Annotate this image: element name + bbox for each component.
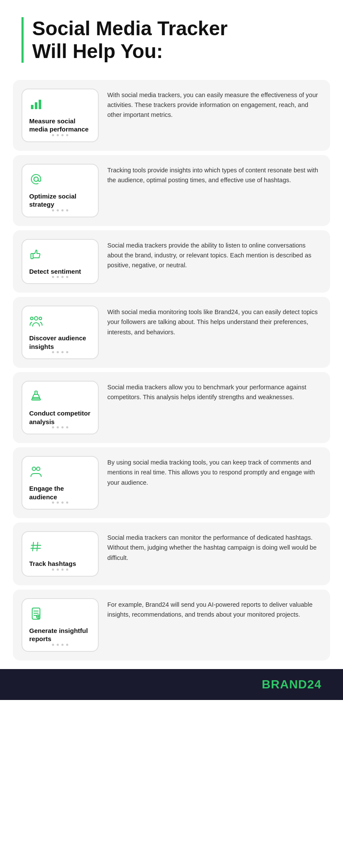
audience-icon (29, 314, 45, 330)
at-sign-icon (29, 172, 45, 188)
feature-dots-measure (22, 134, 98, 136)
feature-dots-hashtags (22, 568, 98, 571)
feature-item-reports: Generate insightful reports For example,… (13, 590, 330, 660)
svg-rect-4 (31, 254, 33, 259)
bar-chart-icon (29, 97, 45, 113)
dot (57, 209, 59, 211)
svg-point-8 (32, 467, 36, 471)
feature-description-discover: With social media monitoring tools like … (107, 306, 322, 337)
feature-label-discover: Discover audience insights (29, 334, 91, 351)
feature-dots-detect (22, 276, 98, 278)
svg-rect-0 (31, 105, 33, 109)
svg-line-12 (37, 542, 38, 551)
hashtag-icon (29, 540, 45, 555)
svg-line-11 (33, 542, 33, 551)
feature-left-measure: Measure social media performance (21, 89, 99, 142)
feature-description-measure: With social media trackers, you can easi… (107, 89, 322, 120)
dot (61, 351, 64, 353)
feature-item-discover: Discover audience insights With social m… (13, 297, 330, 368)
brand-accent: 24 (307, 678, 322, 691)
feature-left-optimize: Optimize social strategy (21, 164, 99, 217)
dot (61, 276, 64, 278)
dot (66, 134, 68, 136)
feature-left-hashtags: Track hashtags (21, 531, 99, 577)
page-wrapper: Social Media Tracker Will Help You: Meas… (0, 0, 343, 726)
feature-description-hashtags: Social media trackers can monitor the pe… (107, 531, 322, 563)
dot (66, 426, 68, 428)
engage-icon (29, 465, 45, 480)
chess-icon (29, 389, 45, 405)
dot (57, 276, 59, 278)
feature-label-engage: Engage the audience (29, 484, 91, 501)
feature-dots-discover (22, 351, 98, 353)
svg-rect-1 (35, 102, 37, 109)
dot (57, 501, 59, 504)
feature-dots-optimize (22, 209, 98, 211)
dot (66, 276, 68, 278)
thumbs-up-icon (29, 248, 45, 263)
feature-item-optimize: Optimize social strategy Tracking tools … (13, 155, 330, 226)
feature-label-hashtags: Track hashtags (29, 559, 76, 568)
feature-item-hashtags: Track hashtags Social media trackers can… (13, 523, 330, 585)
dot (52, 644, 54, 646)
report-icon (29, 607, 45, 622)
brand-logo: BRAND24 (262, 678, 322, 691)
feature-item-engage: Engage the audience By using social medi… (13, 447, 330, 518)
footer: BRAND24 (0, 669, 343, 700)
dot (52, 568, 54, 571)
feature-left-detect: Detect sentiment (21, 239, 99, 284)
dot (52, 276, 54, 278)
feature-label-measure: Measure social media performance (29, 117, 91, 134)
brand-text: BRAND (262, 678, 307, 691)
feature-left-discover: Discover audience insights (21, 306, 99, 359)
dot (57, 351, 59, 353)
dot (57, 644, 59, 646)
dot (61, 209, 64, 211)
dot (61, 426, 64, 428)
dot (66, 501, 68, 504)
feature-description-detect: Social media trackers provide the abilit… (107, 239, 322, 271)
feature-item-detect: Detect sentiment Social media trackers p… (13, 230, 330, 293)
dot (61, 501, 64, 504)
dot (66, 568, 68, 571)
feature-dots-engage (22, 501, 98, 504)
dot (52, 209, 54, 211)
feature-description-optimize: Tracking tools provide insights into whi… (107, 164, 322, 185)
dot (66, 351, 68, 353)
feature-label-detect: Detect sentiment (29, 267, 81, 276)
feature-description-competitor: Social media trackers allow you to bench… (107, 381, 322, 402)
feature-left-engage: Engage the audience (21, 456, 99, 510)
feature-description-reports: For example, Brand24 will send you AI-po… (107, 598, 322, 620)
header: Social Media Tracker Will Help You: (0, 0, 343, 76)
dot (57, 568, 59, 571)
items-section: Measure social media performance With so… (0, 76, 343, 660)
dot (66, 209, 68, 211)
feature-label-reports: Generate insightful reports (29, 627, 91, 643)
feature-item-competitor: Conduct competitor analysis Social media… (13, 372, 330, 443)
svg-point-5 (34, 317, 38, 320)
header-title-wrapper: Social Media Tracker Will Help You: (21, 17, 322, 63)
dot (61, 644, 64, 646)
page-title: Social Media Tracker Will Help You: (32, 17, 322, 63)
svg-rect-7 (32, 399, 40, 400)
feature-dots-reports (22, 644, 98, 646)
dot (61, 568, 64, 571)
dot (61, 134, 64, 136)
dot (57, 134, 59, 136)
feature-label-competitor: Conduct competitor analysis (29, 409, 91, 426)
feature-description-engage: By using social media tracking tools, yo… (107, 456, 322, 488)
dot (52, 134, 54, 136)
dot (57, 426, 59, 428)
svg-point-9 (36, 467, 40, 471)
dot (66, 644, 68, 646)
svg-rect-2 (39, 100, 41, 109)
feature-left-reports: Generate insightful reports (21, 598, 99, 652)
feature-left-competitor: Conduct competitor analysis (21, 381, 99, 434)
dot (52, 501, 54, 504)
dot (52, 426, 54, 428)
dot (52, 351, 54, 353)
feature-label-optimize: Optimize social strategy (29, 192, 91, 209)
feature-dots-competitor (22, 426, 98, 428)
feature-item-measure: Measure social media performance With so… (13, 80, 330, 151)
